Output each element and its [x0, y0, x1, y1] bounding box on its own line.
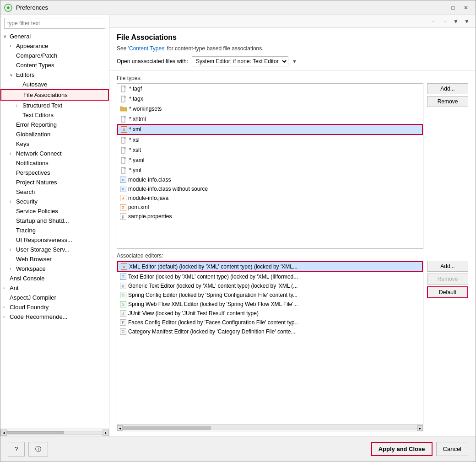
- sidebar-item-ansi-console[interactable]: Ansi Console: [0, 274, 109, 283]
- editors-list[interactable]: x XML Editor (default) (locked by 'XML' …: [117, 261, 423, 425]
- java-icon: J: [120, 195, 126, 201]
- info-icon: ⓘ: [35, 446, 41, 452]
- list-item-xml-editor[interactable]: x XML Editor (default) (locked by 'XML' …: [117, 261, 423, 272]
- junit-icon: J: [120, 310, 126, 317]
- window-controls: — □ ✕: [434, 3, 472, 13]
- list-item-spring-config[interactable]: S Spring Config Editor (locked by 'Sprin…: [117, 290, 423, 300]
- list-item-label: Spring Config Editor (locked by 'Spring …: [128, 292, 298, 298]
- scroll-thumb[interactable]: [7, 431, 64, 434]
- sidebar-item-ui-responsiveness[interactable]: UI Responsiveness...: [0, 235, 109, 245]
- list-item-junit[interactable]: J JUnit View (locked by 'JUnit Test Resu…: [117, 309, 423, 318]
- list-item[interactable]: p sample.properties: [117, 212, 423, 221]
- list-item[interactable]: *.xslt: [117, 145, 423, 155]
- list-item-label: *.yaml: [129, 157, 144, 163]
- scroll-left-btn[interactable]: ◂: [0, 430, 7, 436]
- sidebar-item-workspace[interactable]: › Workspace: [0, 264, 109, 274]
- nav-forward-button[interactable]: →: [440, 17, 450, 26]
- hscroll-left-btn[interactable]: ◂: [117, 425, 123, 431]
- maximize-button[interactable]: □: [447, 3, 459, 13]
- sidebar-item-web-browser[interactable]: Web Browser: [0, 254, 109, 264]
- list-item[interactable]: *.workingsets: [117, 104, 423, 114]
- apply-close-button[interactable]: Apply and Close: [371, 442, 433, 456]
- sidebar-item-file-associations[interactable]: File Associations: [0, 89, 109, 101]
- file-types-add-button[interactable]: Add...: [427, 83, 468, 94]
- sidebar-item-project-natures[interactable]: Project Natures: [0, 177, 109, 187]
- close-button[interactable]: ✕: [460, 3, 472, 13]
- list-item[interactable]: *.xsl: [117, 135, 423, 145]
- sidebar-item-user-storage[interactable]: › User Storage Serv...: [0, 245, 109, 254]
- class-icon: c: [120, 186, 126, 192]
- list-item[interactable]: *.tagf: [117, 84, 423, 94]
- sidebar-item-autosave[interactable]: Autosave: [0, 80, 109, 89]
- nav-down-button[interactable]: ▼: [451, 17, 461, 26]
- info-button[interactable]: ⓘ: [28, 442, 48, 457]
- list-item[interactable]: J module-info.java: [117, 193, 423, 203]
- nav-back-button[interactable]: ←: [429, 17, 439, 26]
- editors-remove-button[interactable]: Remove: [427, 274, 468, 285]
- sidebar-item-perspectives[interactable]: Perspectives: [0, 168, 109, 177]
- sidebar-item-search[interactable]: Search: [0, 187, 109, 197]
- list-item-label: *.xhtml: [129, 116, 146, 122]
- sidebar-item-ant[interactable]: › Ant: [0, 283, 109, 293]
- sidebar-item-error-reporting[interactable]: Error Reporting: [0, 120, 109, 129]
- list-item-category[interactable]: C Category Manifest Editor (locked by 'C…: [117, 327, 423, 336]
- sidebar-item-notifications[interactable]: Notifications: [0, 158, 109, 168]
- preferences-window: Preferences — □ ✕ ∨ General › Appearance: [0, 0, 476, 462]
- sidebar-item-security[interactable]: › Security: [0, 197, 109, 206]
- xml-icon: x: [120, 204, 126, 210]
- sidebar-item-compare-patch[interactable]: Compare/Patch: [0, 51, 109, 60]
- sidebar-item-label: Globalization: [16, 131, 50, 138]
- editors-hscroll[interactable]: ◂ ▸: [117, 425, 423, 431]
- xml-icon: x: [121, 126, 127, 133]
- title-bar: Preferences — □ ✕: [0, 0, 476, 15]
- list-item[interactable]: c module-info.class without source: [117, 184, 423, 193]
- list-item-generic-text[interactable]: g Generic Text Editor (locked by 'XML' c…: [117, 281, 423, 290]
- filter-input[interactable]: [4, 18, 105, 29]
- list-item[interactable]: *.yml: [117, 165, 423, 175]
- list-item-faces[interactable]: F Faces Config Editor (locked by 'Faces …: [117, 318, 423, 327]
- sidebar-item-startup-shutdown[interactable]: Startup and Shutd...: [0, 216, 109, 226]
- window-title: Preferences: [16, 4, 434, 11]
- sidebar-item-cloud-foundry[interactable]: › Cloud Foundry: [0, 302, 109, 312]
- sidebar-item-label: Appearance: [16, 43, 48, 49]
- cancel-button[interactable]: Cancel: [436, 442, 468, 456]
- sidebar-item-content-types[interactable]: Content Types: [0, 60, 109, 70]
- sidebar-item-service-policies[interactable]: Service Policies: [0, 206, 109, 216]
- sidebar-item-structured-text[interactable]: › Structured Text: [0, 101, 109, 110]
- sidebar-item-appearance[interactable]: › Appearance: [0, 41, 109, 51]
- hscroll-thumb[interactable]: [123, 426, 211, 430]
- sidebar-item-label: User Storage Serv...: [16, 246, 70, 253]
- list-item[interactable]: x pom.xml: [117, 203, 423, 212]
- sidebar-item-code-recommende[interactable]: › Code Recommende...: [0, 312, 109, 322]
- editors-default-button[interactable]: Default: [427, 286, 468, 298]
- list-item[interactable]: *.tagx: [117, 94, 423, 104]
- list-item[interactable]: *.xhtml: [117, 114, 423, 124]
- list-item[interactable]: c module-info.class: [117, 175, 423, 184]
- sidebar-item-text-editors[interactable]: Text Editors: [0, 110, 109, 120]
- sidebar-item-globalization[interactable]: Globalization: [0, 129, 109, 139]
- nav-menu-button[interactable]: ▼: [462, 17, 472, 26]
- list-item-label: *.yml: [129, 167, 141, 173]
- list-item-label: JUnit View (locked by 'JUnit Test Result…: [128, 310, 259, 317]
- sidebar-item-tracing[interactable]: Tracing: [0, 226, 109, 235]
- sidebar-scrollbar[interactable]: ◂ ▸: [0, 429, 109, 436]
- sidebar-item-network-connect[interactable]: › Network Connect: [0, 149, 109, 158]
- list-item-spring-web-flow[interactable]: S Spring Web Flow XML Editor (locked by …: [117, 300, 423, 309]
- help-button[interactable]: ?: [8, 442, 25, 457]
- sidebar-item-keys[interactable]: Keys: [0, 139, 109, 149]
- list-item-xml[interactable]: x *.xml: [117, 124, 423, 135]
- sidebar-item-aspectj[interactable]: AspectJ Compiler: [0, 293, 109, 302]
- open-unassoc-select[interactable]: System Editor; if none: Text Editor Text…: [192, 56, 288, 66]
- sidebar-item-general[interactable]: ∨ General: [0, 32, 109, 41]
- list-item[interactable]: *.yaml: [117, 155, 423, 165]
- file-types-list[interactable]: *.tagf *.tagx: [117, 83, 423, 249]
- hscroll-right-btn[interactable]: ▸: [417, 425, 423, 431]
- scroll-right-btn[interactable]: ▸: [103, 430, 109, 436]
- sidebar-item-label: Compare/Patch: [16, 52, 57, 59]
- sidebar-item-editors[interactable]: ∨ Editors: [0, 70, 109, 80]
- list-item-text-editor[interactable]: T Text Editor (locked by 'XML' content t…: [117, 272, 423, 281]
- minimize-button[interactable]: —: [434, 3, 446, 13]
- editors-add-button[interactable]: Add...: [427, 261, 468, 272]
- content-types-link[interactable]: 'Content Types': [128, 45, 166, 52]
- file-types-remove-button[interactable]: Remove: [427, 96, 468, 107]
